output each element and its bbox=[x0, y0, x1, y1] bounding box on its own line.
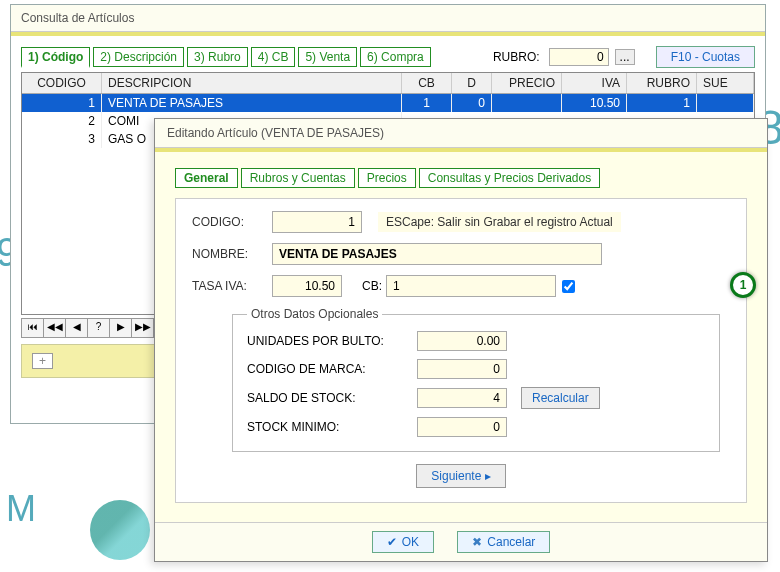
tab-descripcion[interactable]: 2) Descripción bbox=[93, 47, 184, 67]
tab-codigo[interactable]: 1) Código bbox=[21, 47, 90, 68]
cb-checkbox[interactable] bbox=[562, 280, 575, 293]
tab-consultas-derivados[interactable]: Consultas y Precios Derivados bbox=[419, 168, 600, 188]
rubro-input[interactable] bbox=[549, 48, 609, 66]
col-sue[interactable]: SUE bbox=[697, 73, 754, 93]
tasa-iva-label: TASA IVA: bbox=[192, 279, 272, 293]
saldo-stock-label: SALDO DE STOCK: bbox=[247, 391, 417, 405]
check-icon: ✔ bbox=[387, 535, 397, 549]
siguiente-button[interactable]: Siguiente ▸ bbox=[416, 464, 505, 488]
col-codigo[interactable]: CODIGO bbox=[22, 73, 102, 93]
window-title: Consulta de Artículos bbox=[11, 5, 765, 32]
ok-button[interactable]: ✔ OK bbox=[372, 531, 434, 553]
table-row[interactable]: 1 VENTA DE PASAJES 1 0 10.50 1 bbox=[22, 94, 754, 112]
nav-prev[interactable]: ◀ bbox=[66, 319, 88, 337]
rubro-more-button[interactable]: ... bbox=[615, 49, 635, 65]
escape-hint: ESCape: Salir sin Grabar el registro Act… bbox=[378, 212, 621, 232]
col-iva[interactable]: IVA bbox=[562, 73, 627, 93]
codigo-label: CODIGO: bbox=[192, 215, 272, 229]
dialog-title: Editando Artículo (VENTA DE PASAJES) bbox=[155, 119, 767, 148]
cancel-label: Cancelar bbox=[487, 535, 535, 549]
tab-precios[interactable]: Precios bbox=[358, 168, 416, 188]
cb-input[interactable] bbox=[386, 275, 556, 297]
watermark: M bbox=[6, 488, 36, 530]
tasa-iva-input[interactable] bbox=[272, 275, 342, 297]
otros-datos-fieldset: Otros Datos Opcionales UNIDADES POR BULT… bbox=[232, 307, 720, 452]
unidades-bulto-label: UNIDADES POR BULTO: bbox=[247, 334, 417, 348]
tab-venta[interactable]: 5) Venta bbox=[298, 47, 357, 67]
col-precio[interactable]: PRECIO bbox=[492, 73, 562, 93]
nav-next[interactable]: ▶ bbox=[110, 319, 132, 337]
nombre-input[interactable] bbox=[272, 243, 602, 265]
nav-prev-page[interactable]: ◀◀ bbox=[44, 319, 66, 337]
codigo-marca-label: CODIGO DE MARCA: bbox=[247, 362, 417, 376]
logo-swirl-icon bbox=[90, 500, 150, 560]
nav-next-page[interactable]: ▶▶ bbox=[132, 319, 154, 337]
unidades-bulto-input[interactable] bbox=[417, 331, 507, 351]
codigo-input[interactable] bbox=[272, 211, 362, 233]
nav-first[interactable]: ⏮ bbox=[22, 319, 44, 337]
tab-compra[interactable]: 6) Compra bbox=[360, 47, 431, 67]
cancel-icon: ✖ bbox=[472, 535, 482, 549]
codigo-marca-input[interactable] bbox=[417, 359, 507, 379]
col-rubro[interactable]: RUBRO bbox=[627, 73, 697, 93]
nav-query[interactable]: ? bbox=[88, 319, 110, 337]
tab-rubros-cuentas[interactable]: Rubros y Cuentas bbox=[241, 168, 355, 188]
col-cb[interactable]: CB bbox=[402, 73, 452, 93]
cb-label: CB: bbox=[362, 279, 382, 293]
col-descripcion[interactable]: DESCRIPCION bbox=[102, 73, 402, 93]
nombre-label: NOMBRE: bbox=[192, 247, 272, 261]
stock-minimo-label: STOCK MINIMO: bbox=[247, 420, 417, 434]
saldo-stock-input[interactable] bbox=[417, 388, 507, 408]
tab-general[interactable]: General bbox=[175, 168, 238, 188]
editando-articulo-dialog: Editando Artículo (VENTA DE PASAJES) Gen… bbox=[154, 118, 768, 562]
col-d[interactable]: D bbox=[452, 73, 492, 93]
f10-cuotas-button[interactable]: F10 - Cuotas bbox=[656, 46, 755, 68]
stock-minimo-input[interactable] bbox=[417, 417, 507, 437]
recalcular-button[interactable]: Recalcular bbox=[521, 387, 600, 409]
add-button[interactable]: + bbox=[32, 353, 53, 369]
otros-datos-legend: Otros Datos Opcionales bbox=[247, 307, 382, 321]
callout-badge: 1 bbox=[730, 272, 756, 298]
cancel-button[interactable]: ✖ Cancelar bbox=[457, 531, 550, 553]
tab-cb[interactable]: 4) CB bbox=[251, 47, 296, 67]
ok-label: OK bbox=[402, 535, 419, 549]
tab-rubro[interactable]: 3) Rubro bbox=[187, 47, 248, 67]
rubro-label: RUBRO: bbox=[493, 50, 540, 64]
